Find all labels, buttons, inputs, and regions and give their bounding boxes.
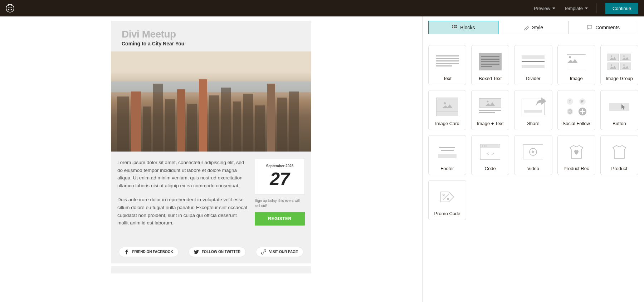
sidebar-tabs: Blocks Style Comments (423, 16, 644, 34)
svg-rect-6 (452, 27, 453, 28)
block-button-label: Button (613, 121, 626, 126)
top-bar: Preview Template Continue (0, 0, 644, 16)
svg-point-13 (623, 64, 625, 66)
block-boxed-text-label: Boxed Text (479, 76, 502, 81)
tab-style[interactable]: Style (498, 21, 569, 34)
svg-point-0 (6, 4, 14, 12)
block-product-rec-label: Product Rec (564, 166, 589, 171)
paragraph-2: Duis aute irure dolor in reprehenderit i… (117, 196, 248, 227)
tab-blocks-label: Blocks (460, 25, 475, 30)
svg-point-9 (569, 56, 571, 58)
block-promo-code-label: Promo Code (434, 211, 460, 216)
block-footer[interactable]: Footer (428, 135, 466, 175)
block-image[interactable]: Image (557, 45, 595, 85)
continue-button[interactable]: Continue (605, 3, 638, 14)
block-text-label: Text (443, 76, 452, 81)
svg-point-12 (611, 64, 612, 66)
block-footer-label: Footer (440, 166, 454, 171)
block-divider-label: Divider (526, 76, 540, 81)
chevron-down-icon (552, 8, 555, 9)
svg-rect-4 (454, 25, 455, 26)
comments-icon (587, 25, 592, 30)
editor-sidebar: Blocks Style Comments Text Boxed Text (422, 16, 644, 302)
svg-point-19 (567, 108, 573, 115)
block-code[interactable]: < > Code (471, 135, 509, 175)
svg-rect-7 (454, 27, 455, 28)
svg-point-2 (11, 7, 12, 8)
twitter-label: FOLLOW ON TWITTER (202, 250, 240, 254)
block-product-label: Product (611, 166, 627, 171)
visit-page-button[interactable]: VISIT OUR PAGE (256, 247, 303, 257)
block-text[interactable]: Text (428, 45, 466, 85)
signup-text: Sign up today, this event will sell out! (255, 198, 305, 208)
template-label: Template (564, 6, 583, 11)
blocks-icon (452, 25, 457, 30)
body-text[interactable]: Lorem ipsum dolor sit amet, consectetur … (117, 159, 248, 233)
block-share-label: Share (527, 121, 540, 126)
block-product[interactable]: Product (600, 135, 638, 175)
template-dropdown[interactable]: Template (564, 6, 588, 11)
block-image-text[interactable]: Image + Text (471, 90, 509, 130)
block-product-rec[interactable]: Product Rec (557, 135, 595, 175)
svg-rect-3 (452, 25, 453, 26)
tab-comments[interactable]: Comments (568, 21, 638, 34)
email-canvas[interactable]: Divi Meetup Coming to a City Near You (0, 16, 422, 302)
facebook-button[interactable]: FRIEND ON FACEBOOK (119, 247, 178, 257)
link-icon (261, 249, 266, 254)
block-promo-code[interactable]: Promo Code (428, 180, 466, 220)
facebook-icon (124, 249, 129, 254)
block-image-group-label: Image Group (606, 76, 633, 81)
block-image-label: Image (570, 76, 583, 81)
date-day: 27 (257, 170, 302, 188)
block-image-group[interactable]: Image Group (600, 45, 638, 85)
block-boxed-text[interactable]: Boxed Text (471, 45, 509, 85)
block-social-follow-label: Social Follow (562, 121, 590, 126)
tab-style-label: Style (532, 25, 543, 30)
twitter-icon (194, 249, 199, 254)
block-button[interactable]: Button (600, 90, 638, 130)
email-subtitle: Coming to a City Near You (122, 41, 301, 46)
svg-point-10 (611, 55, 612, 57)
block-divider[interactable]: Divider (514, 45, 552, 85)
preview-dropdown[interactable]: Preview (534, 6, 555, 11)
svg-point-15 (487, 100, 489, 102)
block-image-card-label: Image Card (435, 121, 459, 126)
svg-line-26 (443, 194, 449, 200)
email-title: Divi Meetup (122, 29, 301, 40)
style-icon (523, 25, 529, 30)
social-row: FRIEND ON FACEBOOK FOLLOW ON TWITTER VIS… (111, 241, 311, 263)
block-social-follow[interactable]: f Social Follow (557, 90, 595, 130)
tab-blocks[interactable]: Blocks (428, 21, 498, 34)
block-image-card[interactable]: Image Card (428, 90, 466, 130)
date-box[interactable]: September 2023 27 (255, 159, 305, 195)
svg-point-25 (447, 198, 449, 200)
svg-point-1 (9, 7, 10, 8)
chevron-down-icon (585, 8, 588, 9)
block-share[interactable]: Share (514, 90, 552, 130)
block-video[interactable]: Video (514, 135, 552, 175)
svg-point-11 (623, 55, 625, 57)
facebook-label: FRIEND ON FACEBOOK (132, 250, 173, 254)
block-image-text-label: Image + Text (477, 121, 504, 126)
mailchimp-logo-icon (6, 4, 14, 13)
svg-point-14 (444, 102, 446, 104)
twitter-button[interactable]: FOLLOW ON TWITTER (189, 247, 246, 257)
tab-comments-label: Comments (595, 25, 620, 30)
block-code-label: Code (485, 166, 496, 171)
hero-image[interactable] (111, 51, 311, 152)
visit-page-label: VISIT OUR PAGE (269, 250, 298, 254)
divider (596, 3, 597, 13)
date-month: September 2023 (257, 164, 302, 168)
block-video-label: Video (527, 166, 539, 171)
svg-rect-5 (455, 25, 457, 26)
svg-point-27 (443, 193, 444, 194)
blocks-grid: Text Boxed Text Divider Image Image Grou… (423, 34, 644, 231)
preview-label: Preview (534, 6, 550, 11)
email-preview[interactable]: Divi Meetup Coming to a City Near You (111, 21, 311, 263)
paragraph-1: Lorem ipsum dolor sit amet, consectetur … (117, 159, 248, 189)
register-button[interactable]: REGISTER (255, 212, 305, 226)
svg-rect-8 (455, 27, 457, 28)
